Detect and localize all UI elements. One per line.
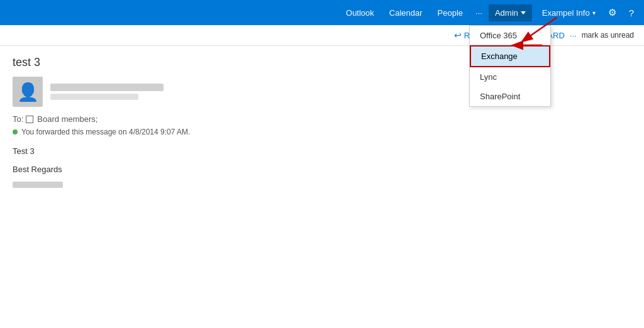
to-recipients: Board members; <box>37 114 97 124</box>
signature-placeholder <box>13 182 63 188</box>
more-actions-button[interactable]: ··· <box>570 31 577 40</box>
status-dot-icon <box>13 129 18 134</box>
nav-right: Exampel Info ▾ ⚙ ? <box>537 3 639 22</box>
to-line: To: Board members; <box>13 114 631 124</box>
sender-info <box>50 84 164 100</box>
forward-notice: You forwarded this message on 4/8/2014 9… <box>13 128 631 136</box>
example-dropdown-arrow-icon: ▾ <box>592 9 596 16</box>
avatar: 👤 <box>13 77 43 107</box>
nav-people[interactable]: People <box>431 4 469 21</box>
reply-all-icon: ↩ <box>454 30 462 40</box>
nav-more[interactable]: ··· <box>472 4 486 21</box>
more-actions-label: ··· <box>570 31 577 40</box>
dropdown-office365[interactable]: Office 365 <box>470 26 550 45</box>
admin-dropdown-arrow-icon <box>521 11 526 14</box>
nav-example-info[interactable]: Exampel Info ▾ <box>537 4 601 21</box>
to-label: To: <box>13 114 23 124</box>
help-icon[interactable]: ? <box>624 4 639 22</box>
forward-notice-text: You forwarded this message on 4/8/2014 9… <box>21 128 190 136</box>
body-line2: Best Regards <box>13 163 631 177</box>
dropdown-sharepoint[interactable]: SharePoint <box>470 87 550 106</box>
nav-outlook[interactable]: Outlook <box>340 4 380 21</box>
nav-admin-label: Admin <box>495 8 518 18</box>
sender-name-placeholder <box>50 84 164 91</box>
nav-admin-button[interactable]: Admin <box>489 4 532 21</box>
board-checkbox[interactable] <box>26 116 33 123</box>
avatar-person-icon: 👤 <box>17 82 39 102</box>
nav-items: Outlook Calendar People ··· Admin <box>340 4 532 21</box>
top-nav: Outlook Calendar People ··· Admin Exampe… <box>0 0 644 25</box>
dropdown-exchange[interactable]: Exchange <box>470 45 550 67</box>
dropdown-lync[interactable]: Lync <box>470 67 550 87</box>
nav-calendar[interactable]: Calendar <box>383 4 429 21</box>
body-line1: Test 3 <box>13 145 631 158</box>
settings-icon[interactable]: ⚙ <box>603 3 621 22</box>
admin-dropdown-menu: Office 365 Exchange Lync SharePoint <box>469 25 551 107</box>
email-body: Test 3 Best Regards <box>13 145 631 188</box>
mark-unread-button[interactable]: mark as unread <box>582 31 634 40</box>
example-label: Exampel Info <box>542 8 590 18</box>
sender-email-placeholder <box>50 94 138 100</box>
